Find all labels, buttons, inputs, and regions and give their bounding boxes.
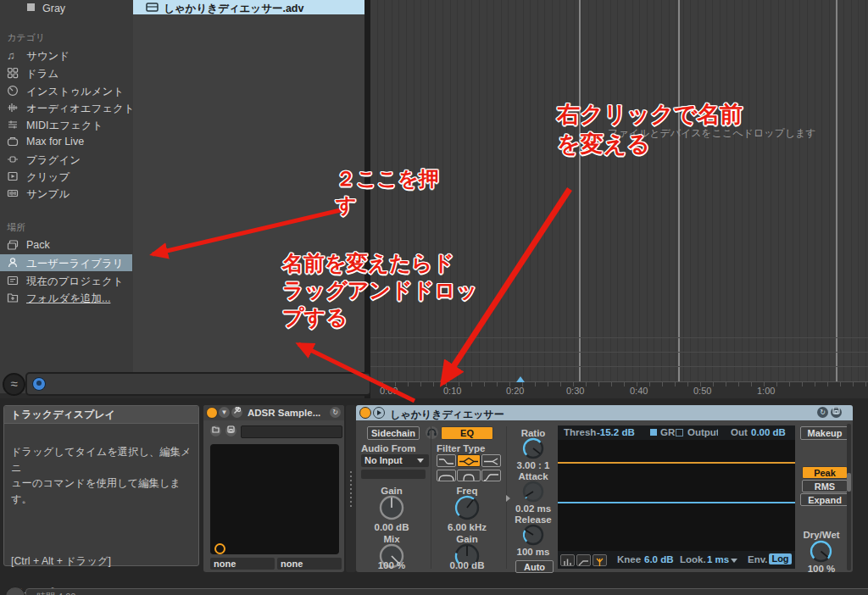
hot-swap-icon[interactable]: ↻ xyxy=(330,407,341,418)
chevron-down-icon[interactable] xyxy=(731,559,737,563)
sampler-display[interactable] xyxy=(210,444,339,554)
track-lane-border xyxy=(370,366,868,367)
sidebar-item-instruments[interactable]: インストゥルメント xyxy=(0,82,132,99)
sidebar-item-midi-effects[interactable]: MIDIエフェクト xyxy=(0,116,132,133)
device-title-bar[interactable]: しゃかりきディエッサー ↻ xyxy=(356,405,853,420)
drywet-knob[interactable] xyxy=(810,540,832,566)
device-chain-divider[interactable] xyxy=(346,405,356,572)
browser-sidebar: Gray カテゴリ ♫ サウンド ドラム インストゥルメント オーディオエフェク… xyxy=(0,0,134,393)
auto-release-toggle[interactable]: Auto xyxy=(515,560,554,573)
plugin-icon xyxy=(7,153,19,166)
env-log-toggle[interactable]: Log xyxy=(769,553,792,564)
device-on-led[interactable] xyxy=(359,407,371,419)
filter-lowpass-button[interactable] xyxy=(437,470,456,481)
playhead-marker[interactable] xyxy=(516,376,525,382)
locator-line xyxy=(678,0,680,381)
sidebar-item-clips[interactable]: クリップ xyxy=(0,168,132,185)
release-knob[interactable] xyxy=(522,524,544,549)
edit-wrench-icon[interactable] xyxy=(231,407,242,418)
bottom-section: トラックディスプレイ ドラッグしてタイムを選択し、編集メニ ューのコマンドを使用… xyxy=(0,398,868,595)
sidechain-toggle[interactable]: Sidechain xyxy=(367,426,420,440)
device-title-bar[interactable]: ▼ ADSR Sample... ↻ xyxy=(203,405,344,420)
filter-bell-button-active[interactable] xyxy=(457,454,481,467)
modulation-slot[interactable]: none xyxy=(277,558,342,570)
expand-mode-button[interactable]: Expand xyxy=(800,493,849,506)
sidebar-item-plugins[interactable]: プラグイン xyxy=(0,151,132,168)
sidebar-item-samples[interactable]: サンプル xyxy=(0,185,132,202)
audio-channel-select[interactable] xyxy=(361,470,426,479)
sidebar-item-drums[interactable]: ドラム xyxy=(0,64,132,81)
filter-high-shelf-button[interactable] xyxy=(481,454,501,467)
preview-headphone-icon[interactable] xyxy=(32,377,46,391)
filter-type-label: Filter Type xyxy=(437,443,485,453)
max-for-live-icon xyxy=(7,136,19,148)
locator-line xyxy=(579,0,581,381)
sidebar-item-user-library[interactable]: ユーザーライブラリ xyxy=(0,254,132,271)
envelope-label: Env. xyxy=(748,554,767,564)
eq-toggle[interactable]: EQ xyxy=(441,426,493,440)
sidebar-item-audio-effects[interactable]: オーディオエフェクト xyxy=(0,99,132,116)
audio-effect-icon xyxy=(7,102,19,114)
makeup-toggle[interactable]: Makeup xyxy=(800,426,849,440)
output-checkbox[interactable] xyxy=(676,429,683,437)
listen-play-icon[interactable] xyxy=(373,407,385,419)
device-compressor: しゃかりきディエッサー ↻ Sidechain EQ Audio From No… xyxy=(356,405,853,572)
preset-name-field[interactable] xyxy=(241,425,342,438)
filter-low-shelf-button[interactable] xyxy=(437,454,456,467)
knee-value[interactable]: 6.0 dB xyxy=(644,554,674,564)
browser-file-pane[interactable]: しゃかりきディエッサー.adv xyxy=(133,0,364,393)
modulation-slot[interactable]: none xyxy=(210,558,275,570)
sidebar-item-max-for-live[interactable]: Max for Live xyxy=(0,133,132,150)
gain-knob[interactable] xyxy=(379,495,404,524)
peak-mode-button-active[interactable]: Peak xyxy=(802,466,848,479)
selected-file-row[interactable]: しゃかりきディエッサー.adv xyxy=(133,0,364,14)
arrangement-view[interactable]: ファイルとデバイスをここへドロップします 0:00 0:10 0:20 0:30… xyxy=(370,0,868,398)
freq-value: 6.00 kHz xyxy=(442,522,492,532)
device-scrollbar[interactable] xyxy=(847,424,851,570)
out-label: Out xyxy=(731,427,748,437)
device-title: しゃかりきディエッサー xyxy=(390,408,504,422)
hot-swap-icon[interactable]: ↻ xyxy=(817,407,828,418)
sidebar-item-pack[interactable]: Pack xyxy=(0,236,132,253)
curve-view-icon[interactable] xyxy=(576,554,591,566)
info-view-body: ドラッグしてタイムを選択し、編集メニ ューのコマンドを使用して編集します。 xyxy=(11,444,192,507)
freq-knob[interactable] xyxy=(454,495,480,524)
activity-view-icon[interactable] xyxy=(560,554,575,566)
ratio-knob[interactable] xyxy=(522,437,544,463)
fold-triangle-icon[interactable] xyxy=(506,495,510,502)
sidechain-routing-icon[interactable] xyxy=(593,554,607,566)
fold-button[interactable]: ▼ xyxy=(219,407,230,418)
gr-label: GR xyxy=(660,427,675,437)
folder-icon[interactable] xyxy=(210,425,221,437)
time-ruler[interactable]: 0:00 0:10 0:20 0:30 0:40 0:50 1:00 xyxy=(370,381,868,399)
sample-icon xyxy=(7,187,19,200)
lookahead-value[interactable]: 1 ms xyxy=(707,554,729,564)
output-line-blue[interactable] xyxy=(558,502,795,503)
start-point-handle[interactable] xyxy=(214,543,225,554)
rms-mode-button[interactable]: RMS xyxy=(802,480,848,492)
user-icon xyxy=(7,257,19,270)
headphone-listen-icon[interactable] xyxy=(426,426,438,439)
save-icon[interactable] xyxy=(225,425,236,437)
thresh-label: Thresh xyxy=(564,427,596,437)
threshold-line-orange[interactable] xyxy=(558,462,795,464)
attack-knob[interactable] xyxy=(522,481,544,506)
sidebar-item-sounds[interactable]: ♫ サウンド xyxy=(0,47,132,64)
gr-checkbox-checked[interactable] xyxy=(650,429,657,436)
chevron-down-icon xyxy=(417,459,424,463)
status-partial-text: 時間 4:00 xyxy=(36,592,75,595)
places-header: 場所 xyxy=(7,221,125,233)
sync-status-icon[interactable]: ≈ xyxy=(3,373,25,396)
save-preset-icon[interactable] xyxy=(831,407,842,418)
filter-bandpass-button[interactable] xyxy=(457,470,481,481)
sidebar-item-add-folder[interactable]: フォルダを追加... xyxy=(0,289,132,306)
thresh-value[interactable]: -15.2 dB xyxy=(597,427,635,437)
scrollbar-handle[interactable] xyxy=(847,473,851,492)
filter-highpass-button[interactable] xyxy=(481,470,501,481)
sidebar-item-current-project[interactable]: 現在のプロジェクト xyxy=(0,272,132,289)
compressor-display[interactable] xyxy=(558,440,795,551)
out-value[interactable]: 0.00 dB xyxy=(751,427,786,437)
ableton-live-window: Gray カテゴリ ♫ サウンド ドラム インストゥルメント オーディオエフェク… xyxy=(0,0,868,595)
sidebar-item-gray[interactable]: Gray xyxy=(0,0,132,17)
device-on-led[interactable] xyxy=(206,407,218,419)
